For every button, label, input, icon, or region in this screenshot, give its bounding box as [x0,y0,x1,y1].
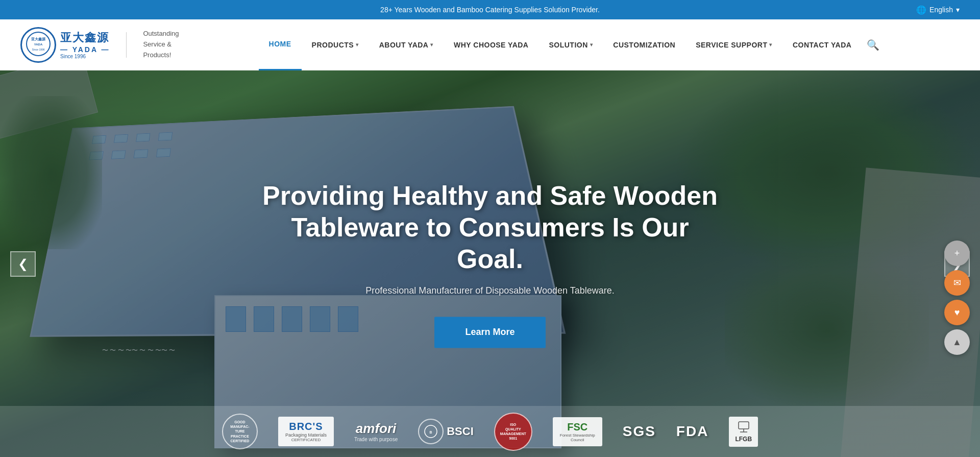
cert-fsc-box: FSC Forest StewardshipCouncil [553,417,602,446]
language-label: English [929,6,953,14]
nav-contact-label: CONTACT YADA [793,41,851,49]
cert-bsci: B BSCI [418,419,474,444]
cert-brcs-certified: CERTIFICATED [285,438,327,442]
cert-sgs: SGS [623,423,656,440]
chevron-about-icon: ▾ [430,42,433,47]
hero-prev-button[interactable]: ❮ [10,251,36,277]
logo-dash: — YADA — [60,45,110,54]
cert-fsc-sub: Forest StewardshipCouncil [560,433,595,442]
heart-icon: ♥ [954,307,960,318]
cert-strip: GOODMANUFAC-TUREPRACTICECERTIFIED BRC'S … [0,406,980,457]
cert-gmp-text: GOODMANUFAC-TUREPRACTICECERTIFIED [230,420,249,443]
nav-why[interactable]: WHY CHOOSE YADA [444,19,539,70]
nav-contact[interactable]: CONTACT YADA [782,19,862,70]
fab-plus-button[interactable]: + [944,240,970,266]
cert-amfori-title: amfori [354,421,398,437]
fab-container: + ✉ ♥ ▲ [944,240,970,355]
cert-fsc: FSC Forest StewardshipCouncil [553,417,602,446]
main-nav: HOME PRODUCTS ▾ ABOUT YADA ▾ WHY CHOOSE … [184,19,960,70]
learn-more-button[interactable]: Learn More [434,317,545,348]
cert-amfori-sub: Trade with purpose [354,437,398,442]
fab-scroll-up-button[interactable]: ▲ [944,329,970,355]
hero-title: Providing Healthy and Safe Wooden Tablew… [260,180,720,275]
nav-solution[interactable]: SOLUTION ▾ [538,19,603,70]
chevron-products-icon: ▾ [356,42,359,47]
chevron-down-icon: ▾ [956,6,960,14]
cert-amfori: amfori Trade with purpose [354,421,398,442]
svg-text:YADA: YADA [34,43,43,46]
cert-lfgb: LFGB [729,417,758,447]
globe-icon: 🌐 [916,5,926,15]
arrow-up-icon: ▲ [952,337,962,348]
logo[interactable]: 亚大鑫源 YADA Since 1996 亚大鑫源 — YADA — Since… [20,27,110,63]
nav-about[interactable]: ABOUT YADA ▾ [369,19,444,70]
cert-gmp: GOODMANUFAC-TUREPRACTICECERTIFIED [222,414,258,449]
cert-iso-text: ISOQUALITYMANAGEMENT9001 [500,422,526,441]
cert-lfgb-icon [736,421,751,434]
logo-chinese: 亚大鑫源 [60,30,110,45]
logo-text: 亚大鑫源 — YADA — Since 1996 [60,30,110,59]
fab-message-button[interactable]: ✉ [944,270,970,296]
fab-heart-button[interactable]: ♥ [944,300,970,325]
site-header: 亚大鑫源 YADA Since 1996 亚大鑫源 — YADA — Since… [0,19,980,70]
logo-circle: 亚大鑫源 YADA Since 1996 [20,27,56,63]
cert-bsci-icon: B [423,424,438,439]
cert-brcs: BRC'S Packaging Materials CERTIFICATED [278,417,334,446]
cert-bsci-circle: B [418,419,444,444]
hero-section: 〜 〜 〜 〜〜 〜 〜 〜〜 〜 Providing Healthy and … [0,70,980,457]
chevron-service-icon: ▾ [769,42,772,47]
cert-iso-badge: ISOQUALITYMANAGEMENT9001 [494,413,532,451]
nav-products[interactable]: PRODUCTS ▾ [302,19,369,70]
svg-rect-6 [739,422,749,429]
hero-subtitle: Professional Manufacturer of Disposable … [260,285,720,296]
chevron-solution-icon: ▾ [590,42,593,47]
svg-text:亚大鑫源: 亚大鑫源 [31,37,46,41]
nav-solution-label: SOLUTION [549,41,587,49]
language-selector[interactable]: 🌐 English ▾ [916,5,960,15]
cert-sgs-text: SGS [623,423,656,440]
plus-icon: + [954,248,960,259]
message-icon: ✉ [953,277,961,288]
cert-fda-text: FDA [676,423,709,440]
cert-gmp-badge: GOODMANUFAC-TUREPRACTICECERTIFIED [222,414,258,449]
nav-why-label: WHY CHOOSE YADA [454,41,529,49]
nav-products-label: PRODUCTS [312,41,354,49]
cert-lfgb-box: LFGB [729,417,758,447]
cert-bsci-text: BSCI [447,425,474,438]
nav-home[interactable]: HOME [259,19,302,70]
logo-tagline: OutstandingService &Products! [143,29,179,60]
cert-iso: ISOQUALITYMANAGEMENT9001 [494,413,532,451]
nav-about-label: ABOUT YADA [379,41,429,49]
nav-service-label: SERVICE SUPPORT [696,41,767,49]
logo-divider [126,32,127,58]
svg-text:B: B [430,430,432,434]
cert-brcs-box: BRC'S Packaging Materials CERTIFICATED [278,417,334,446]
banner-message: 28+ Years Wooden and Bamboo Catering Sup… [380,6,600,14]
svg-text:Since 1996: Since 1996 [32,48,44,51]
cert-fsc-title: FSC [560,421,595,433]
search-icon[interactable]: 🔍 [862,39,885,51]
cert-fda: FDA [676,423,709,440]
cert-lfgb-text: LFGB [735,436,752,443]
cert-bsci-box: B BSCI [418,419,474,444]
cert-amfori-box: amfori Trade with purpose [354,421,398,442]
arrow-left-icon: ❮ [18,257,28,271]
top-banner: 28+ Years Wooden and Bamboo Catering Sup… [0,0,980,19]
logo-area: 亚大鑫源 YADA Since 1996 亚大鑫源 — YADA — Since… [20,27,184,63]
cert-brcs-sub: Packaging Materials [285,432,327,438]
nav-customization[interactable]: CUSTOMIZATION [603,19,685,70]
nav-home-label: HOME [269,40,291,48]
nav-custom-label: CUSTOMIZATION [613,41,675,49]
cert-brcs-title: BRC'S [285,421,327,432]
nav-service[interactable]: SERVICE SUPPORT ▾ [685,19,782,70]
logo-svg: 亚大鑫源 YADA Since 1996 [26,31,51,57]
logo-since: Since 1996 [60,54,110,59]
banner-text: 28+ Years Wooden and Bamboo Catering Sup… [380,6,600,14]
hero-content: Providing Healthy and Safe Wooden Tablew… [260,180,720,348]
